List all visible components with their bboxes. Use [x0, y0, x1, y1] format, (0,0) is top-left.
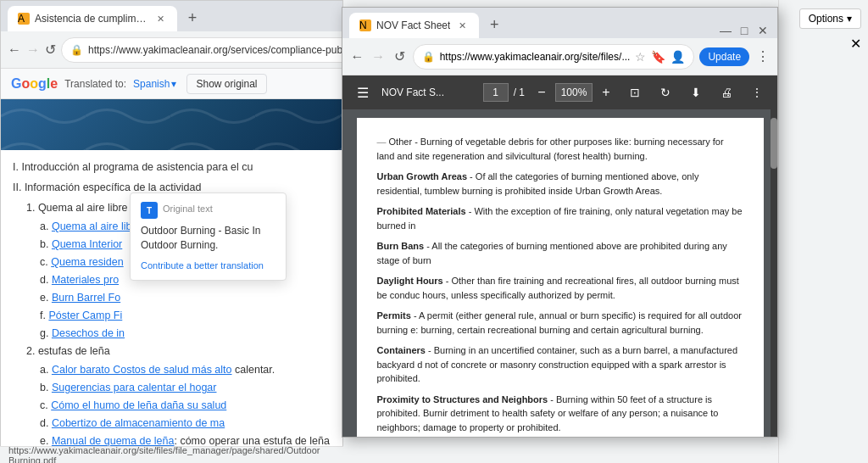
right-close-button[interactable]: ✕ [850, 36, 861, 52]
fit-page-icon[interactable]: ⊡ [623, 81, 647, 104]
pdf-back-button[interactable]: ← [349, 45, 365, 69]
active-tab-bg[interactable]: A Asistencia de cumplimiento para... ✕ [8, 6, 177, 31]
pdf-scrollbar-thumb[interactable] [771, 118, 777, 169]
link-1d[interactable]: Materiales pro [52, 274, 119, 286]
forward-button-bg[interactable]: → [26, 38, 40, 62]
pdf-head-7: Proximity to Structures and Neighbors [377, 394, 548, 404]
pdf-tab-favicon: N [359, 20, 371, 31]
google-logo: Google [11, 76, 58, 92]
pdf-menu-button[interactable]: ⋮ [754, 45, 771, 69]
pdf-para-4: Daylight Hours - Other than fire trainin… [377, 274, 743, 302]
pdf-head-4: Daylight Hours [377, 276, 443, 286]
zoom-in-button[interactable]: + [596, 82, 616, 103]
pdf-tab-title: NOV Fact Sheet [376, 20, 450, 31]
item-2: 2. estufas de leña [26, 343, 331, 360]
pdf-zoom-input[interactable] [555, 83, 593, 102]
tab-close-bg[interactable]: ✕ [153, 12, 167, 25]
pdf-content-area: — Other - Burning of vegetable debris fo… [342, 109, 777, 437]
pdf-address-bar[interactable]: 🔒 https://www.yakimacleanair.org/site/fi… [413, 44, 695, 70]
link-1f[interactable]: Póster Camp Fi [48, 310, 122, 321]
rotate-icon[interactable]: ↻ [654, 81, 677, 104]
pdf-page-separator: / 1 [514, 86, 525, 98]
maximize-button[interactable]: □ [737, 23, 752, 38]
new-tab-button-bg[interactable]: + [181, 6, 204, 30]
lock-icon-bg: 🔒 [70, 44, 83, 56]
pdf-para-3: Burn Bans - All the categories of burnin… [377, 239, 743, 267]
page-content-bg: I. Introducción al programa de asistenci… [1, 99, 342, 462]
pdf-para-5: Permits - A permit (either general rule,… [377, 309, 743, 337]
pdf-page-input[interactable] [483, 83, 509, 102]
pdf-new-tab-button[interactable]: + [482, 13, 506, 36]
link-2b[interactable]: Sugerencias para calentar el hogar [52, 382, 217, 393]
back-button-bg[interactable]: ← [8, 38, 21, 62]
pdf-print-icon[interactable]: 🖨 [715, 81, 738, 104]
pdf-head-3: Burn Bans [377, 241, 425, 251]
tooltip-content: Outdoor Burning - Basic InOutdoor Burnin… [141, 224, 275, 253]
pdf-head-5: Permits [377, 310, 411, 321]
link-1g[interactable]: Desechos de in [52, 327, 125, 339]
pdf-window: N NOV Fact Sheet ✕ + — □ ✕ ← → ↺ 🔒 https… [342, 7, 778, 438]
link-1b[interactable]: Quema Interior [52, 238, 122, 250]
translate-icon: T [141, 202, 158, 219]
link-1c[interactable]: Quema residen [51, 256, 123, 268]
pdf-toolbar: ☰ NOV Fact S... / 1 − + ⊡ ↻ ⬇ 🖨 ⋮ [342, 75, 777, 109]
pdf-lock-icon: 🔒 [422, 51, 435, 63]
reload-button-bg[interactable]: ↺ [45, 38, 56, 62]
pdf-tab-bar: N NOV Fact Sheet ✕ + — □ ✕ [342, 8, 777, 38]
sub-item-2c: c. Cómo el humo de leña daña su salud [40, 397, 331, 414]
close-window-button[interactable]: ✕ [755, 23, 771, 38]
pdf-para-6: Containers - Burning in an uncertified c… [377, 343, 743, 386]
pdf-para-2: Prohibited Materials - With the exceptio… [377, 204, 743, 232]
contribute-link[interactable]: Contribute a better translation [141, 260, 264, 271]
sub-item-2a: a. Calor barato Costos de salud más alto… [40, 361, 331, 378]
pdf-page-info: / 1 [483, 83, 525, 102]
translate-language[interactable]: Spanish ▾ [133, 78, 176, 90]
link-2a[interactable]: Calor barato Costos de salud más alto [52, 364, 232, 376]
minimize-button[interactable]: — [718, 23, 733, 38]
translate-label: Translated to: [64, 78, 126, 90]
link-1e[interactable]: Burn Barrel Fo [52, 292, 120, 304]
pdf-window-controls: — □ ✕ [718, 23, 771, 38]
translate-bar: Google Translated to: Spanish ▾ Show ori… [1, 69, 342, 99]
pdf-para-1: Urban Growth Areas - Of all the categori… [377, 170, 743, 198]
pdf-tab-close[interactable]: ✕ [455, 19, 469, 32]
tab-favicon-bg: A [18, 13, 30, 25]
sub-item-2b: b. Sugerencias para calentar el hogar [40, 379, 331, 396]
pdf-download-icon[interactable]: ⬇ [684, 81, 708, 104]
show-original-button[interactable]: Show original [186, 74, 266, 94]
pdf-forward-button[interactable]: → [370, 45, 387, 69]
address-bar-bg[interactable]: 🔒 https://www.yakimacleanair.org/service… [61, 37, 354, 63]
tab-title-bg: Asistencia de cumplimiento para... [35, 13, 148, 25]
pdf-address-text: https://www.yakimacleanair.org/site/file… [440, 51, 631, 63]
page-hero [1, 99, 342, 150]
link-2c[interactable]: Cómo el humo de leña daña su salud [51, 399, 226, 411]
options-button[interactable]: Options ▾ [799, 8, 861, 29]
zoom-out-button[interactable]: − [531, 82, 552, 103]
right-panel: Options ▾ ✕ [778, 0, 868, 463]
pdf-zoom-controls: − + [531, 82, 616, 103]
pdf-head-1: Urban Growth Areas [377, 171, 468, 181]
link-1a[interactable]: Quema al aire libre [52, 220, 142, 232]
pdf-scrollbar[interactable] [771, 109, 777, 437]
pdf-address-star[interactable]: ☆ [635, 50, 646, 64]
pdf-active-tab[interactable]: N NOV Fact Sheet ✕ [349, 13, 479, 38]
pdf-more-icon[interactable]: ⋮ [745, 81, 769, 104]
status-text: https://www.yakimacleanair.org/site/file… [8, 445, 335, 464]
status-bar: https://www.yakimacleanair.org/site/file… [0, 446, 343, 463]
pdf-para-0: — Other - Burning of vegetable debris fo… [377, 135, 743, 163]
pdf-address-user[interactable]: 👤 [670, 50, 685, 64]
tooltip-label: Original text [163, 204, 213, 214]
pdf-reload-button[interactable]: ↺ [392, 45, 408, 69]
pdf-head-2: Prohibited Materials [377, 206, 466, 216]
pdf-para-7: Proximity to Structures and Neighbors - … [377, 393, 743, 435]
pdf-update-button[interactable]: Update [699, 47, 749, 66]
pdf-nav-bar: ← → ↺ 🔒 https://www.yakimacleanair.org/s… [342, 38, 777, 75]
sub-item-1f: f. Póster Camp Fi [40, 307, 331, 324]
pdf-address-bookmark[interactable]: 🔖 [651, 50, 665, 64]
section-title-1: I. Introducción al programa de asistenci… [13, 159, 331, 176]
pdf-head-6: Containers [377, 345, 426, 355]
link-2d[interactable]: Cobertizo de almacenamiento de ma [52, 417, 225, 429]
nav-bar-bg: ← → ↺ 🔒 https://www.yakimacleanair.org/s… [1, 31, 342, 69]
pdf-toolbar-title: NOV Fact S... [381, 86, 476, 98]
pdf-menu-icon[interactable]: ☰ [351, 81, 375, 104]
